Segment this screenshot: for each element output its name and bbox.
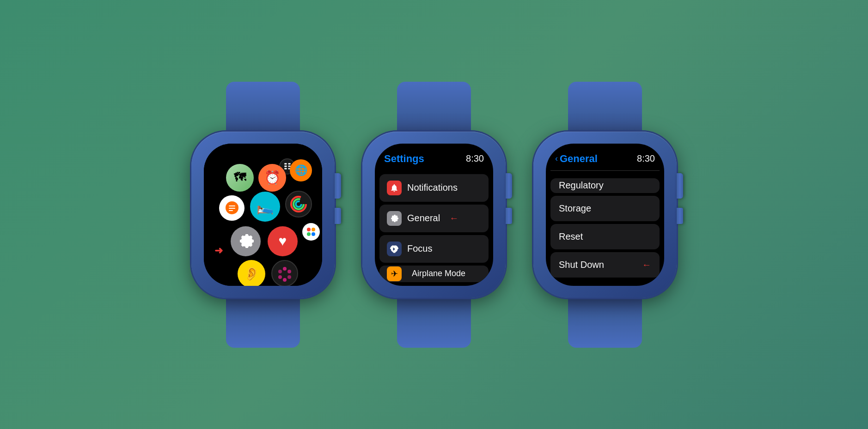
settings-item-general[interactable]: General ← (379, 205, 489, 232)
app-icon-settings[interactable] (231, 226, 261, 256)
settings-item-notifications[interactable]: Notifications (379, 174, 489, 202)
watch-3-general: ‹ General 8:30 Regulatory Storage (533, 82, 677, 348)
back-nav[interactable]: ‹ General (555, 153, 598, 165)
shut-down-label: Shut Down (559, 260, 604, 270)
svg-point-18 (287, 270, 291, 273)
watch-body-1: 🗺 ⏰ 🌐 (191, 132, 335, 298)
svg-point-15 (307, 232, 311, 236)
settings-screen: Settings 8:30 Notifications (375, 144, 493, 286)
app-icon-globe[interactable]: 🌐 (290, 159, 312, 181)
general-header: ‹ General 8:30 (546, 144, 664, 170)
watch-body-2: Settings 8:30 Notifications (362, 132, 506, 298)
watch-screen-1: 🗺 ⏰ 🌐 (204, 144, 322, 286)
settings-header: Settings 8:30 (375, 144, 493, 170)
general-item-storage[interactable]: Storage (550, 196, 660, 221)
general-item-shut-down[interactable]: Shut Down ← (550, 252, 660, 278)
annotation-arrow-1: ➜ (214, 245, 223, 257)
general-list: Regulatory Storage Reset Shut Down ← (546, 175, 664, 281)
svg-rect-4 (284, 168, 287, 169)
watch-crown-3 (677, 173, 683, 199)
svg-rect-8 (229, 208, 235, 209)
app-icon-reminders[interactable] (219, 195, 245, 221)
airplane-icon: ✈ (387, 266, 402, 281)
settings-time: 8:30 (466, 153, 484, 164)
regulatory-label: Regulatory (559, 180, 604, 191)
general-back-label: General (560, 153, 598, 165)
reset-label: Reset (559, 231, 583, 242)
watch-button-3 (677, 208, 683, 224)
watch-screen-3: ‹ General 8:30 Regulatory Storage (546, 144, 664, 286)
watch-band-top-2 (397, 82, 471, 133)
watch-1-app-grid: 🗺 ⏰ 🌐 (191, 82, 335, 348)
svg-point-13 (307, 228, 311, 231)
general-divider (550, 170, 660, 171)
general-time: 8:30 (637, 153, 655, 164)
watch-screen-2: Settings 8:30 Notifications (375, 144, 493, 286)
svg-rect-1 (288, 163, 290, 164)
app-grid-screen: 🗺 ⏰ 🌐 (204, 144, 322, 286)
svg-point-12 (296, 201, 301, 207)
watch-band-top-1 (226, 82, 300, 133)
app-icon-clock[interactable]: ⏰ (258, 164, 286, 192)
general-icon (387, 211, 402, 226)
svg-point-20 (283, 278, 287, 282)
watch-crown-1 (335, 173, 341, 199)
svg-point-16 (312, 232, 315, 236)
airplane-label: Airplane Mode (412, 269, 465, 278)
general-item-regulatory[interactable]: Regulatory (550, 178, 660, 193)
notifications-label: Notifications (407, 182, 458, 193)
watch-band-bottom-1 (226, 297, 300, 348)
shut-down-annotation-arrow: ← (642, 260, 651, 270)
svg-rect-9 (229, 210, 233, 211)
watch-band-top-3 (568, 82, 642, 133)
app-grid: 🗺 ⏰ 🌐 (212, 155, 314, 275)
watch-crown-2 (506, 173, 512, 199)
svg-point-19 (287, 275, 291, 279)
svg-point-22 (278, 270, 282, 273)
watch-2-settings: Settings 8:30 Notifications (362, 82, 506, 348)
general-label: General (407, 213, 440, 224)
settings-item-airplane-partial[interactable]: ✈ Airplane Mode (379, 266, 489, 282)
svg-rect-2 (284, 166, 287, 167)
app-icon-breathe[interactable] (271, 260, 298, 286)
watch-band-bottom-3 (568, 297, 642, 348)
app-icon-maps[interactable]: 🗺 (226, 164, 254, 192)
general-item-reset[interactable]: Reset (550, 224, 660, 249)
watch-button-2 (506, 208, 512, 224)
watch-band-bottom-2 (397, 297, 471, 348)
settings-list: Notifications General ← (375, 170, 493, 286)
app-icon-colors[interactable] (302, 223, 320, 241)
svg-point-21 (278, 275, 282, 279)
svg-rect-7 (229, 205, 235, 206)
focus-label: Focus (407, 243, 432, 254)
svg-point-17 (283, 267, 287, 271)
app-icon-sleep[interactable]: 🛌 (250, 192, 280, 222)
focus-icon (387, 242, 402, 256)
general-screen: ‹ General 8:30 Regulatory Storage (546, 144, 664, 286)
app-icon-health[interactable]: ♥ (268, 226, 298, 256)
general-annotation-arrow: ← (449, 213, 458, 224)
notifications-icon (387, 181, 402, 195)
storage-label: Storage (559, 203, 591, 214)
svg-point-14 (312, 228, 315, 231)
back-chevron-icon: ‹ (555, 154, 558, 163)
settings-item-focus[interactable]: Focus (379, 235, 489, 263)
settings-title: Settings (384, 153, 424, 165)
watch-body-3: ‹ General 8:30 Regulatory Storage (533, 132, 677, 298)
app-icon-activity[interactable] (285, 191, 312, 218)
svg-rect-0 (284, 163, 287, 164)
watch-button-1 (335, 208, 341, 224)
app-icon-hearing[interactable]: 👂 (238, 260, 265, 286)
